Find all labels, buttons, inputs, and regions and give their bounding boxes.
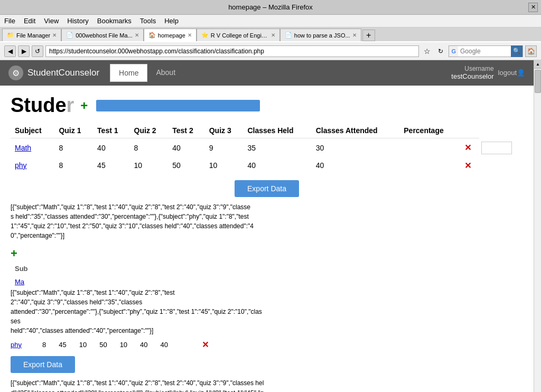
add-record-button-2[interactable]: + [11,247,17,260]
col-quiz3: Quiz 3 [205,123,244,138]
quiz1-phy: 8 [54,157,93,174]
google-search-input[interactable] [458,46,511,57]
subject-phy[interactable]: phy [11,157,54,174]
partial-subject-math[interactable]: Ma [11,278,37,286]
browser-menubar: File Edit View History Bookmarks Tools H… [0,15,541,27]
tab-close-3[interactable]: ✕ [271,32,275,38]
tab-close-0[interactable]: ✕ [52,32,57,38]
tab-label-1: 000webhost File Ma... [76,32,133,39]
table-header-row: Subject Quiz 1 Test 1 Quiz 2 Test 2 Quiz… [11,123,523,138]
rss-icon: ↻ [435,45,446,57]
menu-tools[interactable]: Tools [140,17,156,25]
reload-button[interactable]: ↺ [32,45,43,57]
percentage-phy [399,157,460,174]
col-quiz1: Quiz 1 [54,123,93,138]
percentage-input-math[interactable] [481,142,512,154]
export-data-button-2[interactable]: Export Data [11,356,75,373]
second-phy-classes-held: 40 [140,341,147,349]
second-section: + Sub Ma [{"subject":"Math","quiz 1":"8"… [11,247,523,393]
add-record-button[interactable]: + [80,98,88,113]
second-phy-quiz1: 8 [42,341,46,349]
tab-label-2: homepage [158,32,185,39]
col-test1: Test 1 [93,123,129,138]
browser-titlebar: homepage – Mozilla Firefox ✕ [0,0,541,15]
tab-icon-4: 📄 [285,32,292,39]
tab-icon-2: 🏠 [148,32,156,39]
tab-close-1[interactable]: ✕ [135,32,139,38]
main-content: Studer + Subject Quiz 1 Test 1 Quiz 2 Te… [0,86,534,392]
quiz1-math: 8 [54,138,93,157]
col-classes-held: Classes Held [243,123,311,138]
second-phy-quiz3: 10 [120,341,127,349]
test1-phy: 45 [93,157,129,174]
delete-math[interactable]: ✕ [460,138,479,157]
navbar-right: Username testCounselor logout👤 [451,65,525,81]
address-bar: ◀ ▶ ↺ ☆ ↻ G 🔍 🏠 [0,42,541,60]
scrollbar[interactable]: ▲ [534,60,541,392]
address-input[interactable] [45,45,419,57]
subject-math[interactable]: Math [11,138,54,157]
menu-help[interactable]: Help [164,17,179,25]
tab-rv-college[interactable]: ⭐ R V College of Engin... ✕ [197,29,280,41]
app-navbar: ⚙ StudentCounselor Home About Username t… [0,60,534,86]
col-quiz2: Quiz 2 [130,123,169,138]
page-wrapper: ⚙ StudentCounselor Home About Username t… [0,60,541,392]
forward-button[interactable]: ▶ [18,45,30,57]
second-phy-test2: 50 [99,341,107,349]
classes-held-phy: 40 [243,157,311,174]
logout-button[interactable]: logout👤 [498,69,525,77]
second-delete-phy[interactable]: ✕ [202,340,209,350]
col-subject: Subject [11,123,54,138]
username-label: Username [451,65,493,72]
browser-close-button[interactable]: ✕ [528,3,538,12]
google-search-container: G 🔍 [449,45,523,57]
table-row-phy: phy 8 45 10 50 10 40 40 ✕ [11,157,523,174]
partial-table-header: Sub [11,263,523,275]
tab-json-parse[interactable]: 📄 how to parse a JSO... ✕ [280,29,361,41]
new-tab-button[interactable]: + [362,30,375,41]
tab-close-4[interactable]: ✕ [352,32,357,38]
test2-math: 40 [168,138,204,157]
tab-icon-3: ⭐ [201,32,209,39]
col-test2: Test 2 [168,123,204,138]
tab-homepage[interactable]: 🏠 homepage ✕ [144,29,197,41]
tab-file-manager[interactable]: 📁 File Manager ✕ [2,29,61,41]
tab-000webhost[interactable]: 📄 000webhost File Ma... ✕ [61,29,144,41]
scrollbar-thumb[interactable] [535,70,541,93]
nav-about[interactable]: About [147,64,184,82]
tab-close-2[interactable]: ✕ [188,32,192,38]
delete-phy[interactable]: ✕ [460,157,479,174]
tab-icon-1: 📄 [66,32,73,39]
bookmark-icon[interactable]: ☆ [421,45,433,57]
test1-math: 40 [93,138,129,157]
table-row-math: Math 8 40 8 40 9 35 30 ✕ [11,138,523,157]
col-classes-attended: Classes Attended [312,123,400,138]
second-phy-test1: 45 [59,341,66,349]
second-table-row-phy: phy 8 45 10 50 10 40 40 ✕ [11,338,523,352]
partial-col-sub: Sub [11,263,37,275]
quiz2-phy: 10 [130,157,169,174]
test2-phy: 50 [168,157,204,174]
google-search-button[interactable]: 🔍 [511,45,523,57]
json-output-2: [{"subject":"Math","quiz 1":"8","test 1"… [11,378,264,393]
menu-history[interactable]: History [67,17,88,25]
brand-logo: ⚙ StudentCounselor [8,66,99,80]
scrollbar-up-button[interactable]: ▲ [534,60,541,69]
second-subject-phy[interactable]: phy [11,341,30,349]
json-overlay-text: [{"subject":"Math","quiz 1":"8","test 1"… [11,288,264,335]
title-row: Studer + [11,94,523,117]
nav-home[interactable]: Home [110,64,147,82]
blue-progress-bar [96,100,260,111]
menu-bookmarks[interactable]: Bookmarks [97,17,132,25]
second-phy-quiz2: 10 [79,341,87,349]
home-button[interactable]: 🏠 [525,45,537,57]
tab-icon-0: 📁 [7,32,14,39]
partial-row-math: Ma [11,276,523,288]
json-output-1: [{"subject":"Math","quiz 1":"8","test 1"… [11,202,254,240]
menu-view[interactable]: View [44,17,59,25]
back-button[interactable]: ◀ [4,45,16,57]
quiz2-math: 8 [130,138,169,157]
menu-edit[interactable]: Edit [24,17,35,25]
export-data-button-1[interactable]: Export Data [235,180,299,197]
menu-file[interactable]: File [4,17,15,25]
